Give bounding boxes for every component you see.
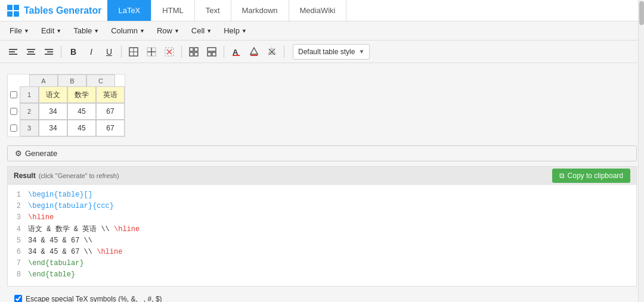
menu-table[interactable]: Table ▼ xyxy=(69,24,104,38)
align-left-button[interactable] xyxy=(5,43,21,60)
code-text: 语文 & 数学 & 英语 \\ xyxy=(28,225,114,233)
result-label-group: Result (click "Generate" to refresh) xyxy=(14,172,119,180)
tab-markdown[interactable]: Markdown xyxy=(231,0,289,21)
italic-icon: I xyxy=(90,47,92,57)
cell-2-c[interactable]: 67 xyxy=(96,103,125,120)
underline-button[interactable]: U xyxy=(101,43,117,60)
line-num-1: 1 xyxy=(13,189,21,201)
toolbar: B I U A xyxy=(0,41,644,63)
checkbox-3[interactable] xyxy=(10,124,17,132)
copy-to-clipboard-button[interactable]: ⧉ Copy to clipboard xyxy=(552,169,630,183)
svg-rect-11 xyxy=(47,51,53,52)
bold-icon: B xyxy=(70,47,76,57)
table-grid: A B C 1 语文 数学 英语 2 34 45 xyxy=(7,74,125,137)
result-bar: Result (click "Generate" to refresh) ⧉ C… xyxy=(7,166,637,184)
text-color-icon: A xyxy=(231,47,241,57)
svg-rect-10 xyxy=(45,49,53,50)
border-inner-button[interactable] xyxy=(143,43,160,60)
code-keyword: \begin{tabular}{ccc} xyxy=(28,202,114,210)
svg-marker-31 xyxy=(250,48,258,54)
svg-rect-2 xyxy=(7,11,13,17)
cell-3-a[interactable]: 34 xyxy=(39,120,67,136)
align-left-icon xyxy=(8,47,18,57)
checkbox-1[interactable] xyxy=(10,91,17,98)
result-hint: (click "Generate" to refresh) xyxy=(39,172,119,179)
code-line-8: \end{table} xyxy=(28,269,634,281)
align-right-button[interactable] xyxy=(41,43,57,60)
border-all-button[interactable] xyxy=(125,43,142,60)
cell-2-b[interactable]: 45 xyxy=(67,103,96,120)
row-checkbox-3[interactable] xyxy=(8,122,20,134)
menu-cell[interactable]: Cell ▼ xyxy=(187,24,216,38)
sep-3 xyxy=(181,46,182,58)
cell-1-a[interactable]: 语文 xyxy=(39,86,67,103)
expand-icon xyxy=(189,47,199,57)
column-arrow-icon: ▼ xyxy=(140,28,145,34)
clear-color-button[interactable] xyxy=(264,43,280,60)
logo-text: Tables Generator xyxy=(24,5,101,16)
bg-color-button[interactable] xyxy=(246,43,262,60)
col-header-a: A xyxy=(29,74,58,86)
svg-rect-3 xyxy=(14,11,19,17)
corner-spacer xyxy=(8,74,20,86)
text-color-button[interactable]: A xyxy=(228,43,244,60)
code-keyword: \hline xyxy=(28,213,54,222)
cell-1-b[interactable]: 数学 xyxy=(67,86,96,103)
cell-3-b[interactable]: 45 xyxy=(67,120,96,136)
code-keyword: \end{tabular} xyxy=(28,259,84,267)
cell-3-c[interactable]: 67 xyxy=(96,120,125,136)
svg-rect-7 xyxy=(27,49,35,50)
menu-file[interactable]: File ▼ xyxy=(5,24,34,38)
expand-button[interactable] xyxy=(185,43,202,60)
sep-2 xyxy=(121,46,122,58)
row-header-1: 1 xyxy=(20,86,39,103)
clear-color-icon xyxy=(267,47,277,57)
bold-button[interactable]: B xyxy=(65,43,82,60)
bg-color-icon xyxy=(249,47,259,57)
svg-rect-25 xyxy=(194,52,198,56)
escape-checkbox[interactable] xyxy=(14,295,22,302)
scrollbar-thumb[interactable] xyxy=(639,1,644,25)
code-line-4: 语文 & 数学 & 英语 \\ \hline xyxy=(28,224,634,235)
logo[interactable]: Tables Generator xyxy=(0,4,107,18)
border-none-button[interactable] xyxy=(161,43,178,60)
svg-rect-4 xyxy=(9,49,17,50)
menu-help[interactable]: Help ▼ xyxy=(219,24,252,38)
copy-label: Copy to clipboard xyxy=(568,172,623,180)
row-header-2: 2 xyxy=(20,103,39,120)
menu-column[interactable]: Column ▼ xyxy=(106,24,150,38)
svg-rect-28 xyxy=(212,52,216,56)
code-line-5: 34 & 45 & 67 \\ xyxy=(28,235,634,247)
svg-rect-12 xyxy=(45,54,53,55)
row-checkbox-2[interactable] xyxy=(8,105,20,117)
escape-label[interactable]: Escape special TeX symbols (%, &, _, #, … xyxy=(26,295,162,303)
generate-button[interactable]: ⚙ Generate xyxy=(7,145,637,161)
row-checkbox-1[interactable] xyxy=(8,89,20,101)
menu-edit[interactable]: Edit ▼ xyxy=(36,24,66,38)
tab-html[interactable]: HTML xyxy=(151,0,194,21)
tab-latex[interactable]: LaTeX xyxy=(107,0,151,21)
menu-row[interactable]: Row ▼ xyxy=(152,24,184,38)
row-header-3: 3 xyxy=(20,120,39,136)
row-arrow-icon: ▼ xyxy=(174,28,179,34)
tab-text[interactable]: Text xyxy=(195,0,231,21)
cell-2-a[interactable]: 34 xyxy=(39,103,67,120)
merge-button[interactable] xyxy=(203,43,220,60)
tab-mediawiki[interactable]: MediaWiki xyxy=(289,0,347,21)
code-area: 1 2 3 4 5 6 7 8 \begin{table}[] \begin{t… xyxy=(7,184,637,287)
scrollbar[interactable] xyxy=(638,0,644,302)
cell-arrow-icon: ▼ xyxy=(206,28,212,34)
border-none-icon xyxy=(165,47,174,57)
style-select[interactable]: Default table style ▼ xyxy=(293,44,370,60)
align-center-button[interactable] xyxy=(23,43,39,60)
underline-icon: U xyxy=(106,47,112,57)
checkbox-2[interactable] xyxy=(10,108,17,115)
cell-1-c[interactable]: 英语 xyxy=(96,86,125,103)
svg-rect-1 xyxy=(14,5,19,10)
italic-button[interactable]: I xyxy=(83,43,100,60)
generate-label: Generate xyxy=(25,149,57,158)
col-header-c: C xyxy=(86,74,115,86)
table-arrow-icon: ▼ xyxy=(94,28,99,34)
style-select-arrow-icon: ▼ xyxy=(358,48,364,55)
line-num-5: 5 xyxy=(13,235,21,247)
